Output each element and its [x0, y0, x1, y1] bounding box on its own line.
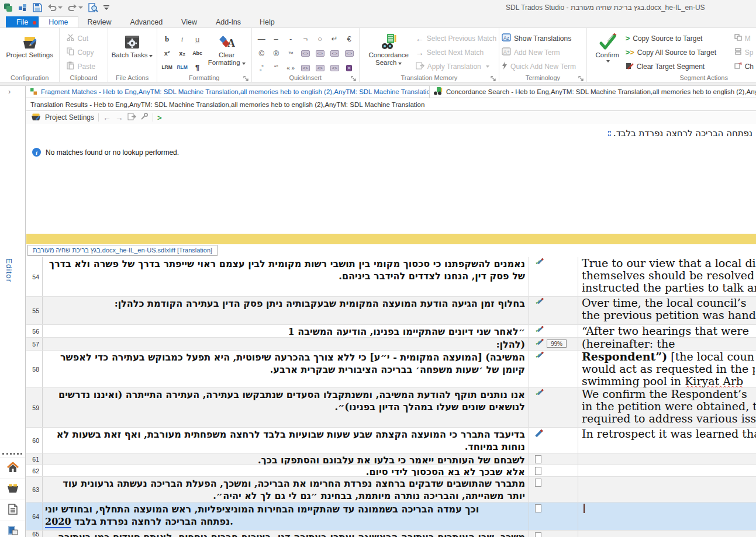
project-settings-button[interactable]: Project Settings [6, 30, 53, 73]
confirm-button[interactable]: Confirm [589, 30, 626, 73]
formatting-dialog-launcher[interactable] [243, 74, 250, 81]
em-dash-button[interactable]: — [258, 34, 265, 43]
tag-pair-icon[interactable]: <> [301, 65, 310, 71]
bold-button[interactable]: b [165, 34, 169, 44]
segment-target[interactable]: True to our view that a local di themsel… [578, 257, 756, 296]
preview-icon[interactable] [88, 2, 98, 13]
registered-button[interactable]: ® [273, 49, 279, 58]
segment-source[interactable]: (להלן: [43, 338, 529, 350]
tag-pair-icon[interactable]: <> [330, 50, 339, 57]
segment-source[interactable]: בדיעבד התברר כי המועצה הקצתה שבע שעות שב… [43, 428, 529, 453]
rlm-button[interactable]: RLM [177, 64, 187, 70]
tab-view[interactable]: View [172, 16, 206, 27]
tag-purple-icon[interactable]: » [346, 65, 352, 71]
tab-concordance-search[interactable]: Concordance Search - Heb to Eng,AnyTM: S… [430, 86, 756, 98]
sidebar-item-projects[interactable] [0, 479, 25, 500]
expand-sidebar-icon[interactable]: › [8, 87, 11, 96]
clear-formatting-button[interactable]: A Clear Formatting [205, 30, 248, 73]
apply-result-icon[interactable] [127, 113, 136, 122]
euro-button[interactable]: € [347, 34, 351, 43]
tag-pair-icon[interactable]: <> [330, 65, 339, 71]
project-settings-link[interactable]: Project Settings [45, 113, 94, 122]
tag-pair-icon[interactable]: <> [316, 65, 325, 71]
segment-target-editing[interactable] [578, 503, 756, 530]
segment-source[interactable]: המשיבה) [המועצה המקומית - י״ע] כי ללא צו… [43, 351, 529, 387]
segment-target[interactable]: “After two hearings that were [578, 325, 756, 337]
tab-review[interactable]: Review [78, 16, 121, 27]
italic-button[interactable]: i [181, 34, 184, 44]
pilcrow-button[interactable]: ¶ [195, 63, 199, 72]
document-tab[interactable]: בגץ בריכת שחיה מעורבת.docx_he-IL_en-US.s… [27, 245, 218, 256]
expand-results-icon[interactable]: > [157, 113, 162, 122]
segment-source[interactable]: מתברר שהתושבים שדבקים ברחצה נפרדת החרימו… [43, 477, 529, 502]
subscript-button[interactable]: x₂ [179, 50, 185, 57]
segment-source[interactable]: משכך, שבו העותרים בעתירה הראשונה ועתרו ב… [43, 531, 529, 537]
guillemets-button[interactable]: « » [286, 65, 295, 71]
tab-addins[interactable]: Add-Ins [206, 16, 250, 27]
sidebar-item-home[interactable] [0, 458, 25, 479]
concordance-search-button[interactable]: Concordance Search [362, 30, 416, 73]
sidebar-item-reports[interactable] [0, 521, 25, 537]
sidebar-item-files[interactable] [0, 500, 25, 521]
undo-icon[interactable] [47, 2, 63, 13]
copy-all-source-to-target-button[interactable]: >>Copy All Source to Target [626, 46, 734, 58]
segment-source[interactable]: ״לאחר שני דיונים שהתקיימו בפנינו, הודיעה… [43, 325, 529, 337]
case-button[interactable]: Abc [192, 50, 202, 56]
tab-home[interactable]: Home [39, 16, 78, 27]
clear-target-segment-button[interactable]: Clear Target Segment [626, 60, 734, 72]
trademark-button[interactable]: ™ [288, 51, 294, 57]
segment-source[interactable]: נאמנים להשקפתנו כי סכסוך מקומי בין תושבי… [43, 257, 529, 296]
line-break-button[interactable]: ↵ [332, 34, 338, 43]
lrm-button[interactable]: LRM [161, 64, 172, 70]
quickinsert-dialog-launcher[interactable] [351, 74, 357, 81]
segment-target[interactable] [578, 477, 756, 502]
segment-target[interactable]: In retrospect it was learned tha [578, 428, 756, 453]
batch-tasks-button[interactable]: Batch Tasks [112, 30, 153, 73]
confirm-caret[interactable] [606, 60, 610, 63]
segment-source[interactable]: אלא שבכך לא בא הסכסוך לידי סיום. [43, 465, 529, 476]
undo-dropdown-caret[interactable] [58, 6, 63, 9]
terminology-dialog-launcher[interactable] [578, 74, 585, 81]
copy-source-to-target-button[interactable]: >Copy Source to Target [626, 32, 734, 44]
copyright-button[interactable]: © [258, 49, 264, 58]
segment-target[interactable]: Over time, the local council’s the previ… [578, 297, 756, 324]
next-result-icon[interactable]: → [115, 114, 123, 121]
change-segment-status-button[interactable]: Ch [734, 60, 754, 72]
tab-translation-results[interactable]: Translation Results - Heb to Eng,AnyTM: … [26, 98, 756, 111]
segment-target[interactable]: Respondent”) [the local coun would act a… [578, 351, 756, 387]
open-package-icon[interactable] [18, 2, 27, 13]
segment-target[interactable] [578, 465, 756, 476]
segment-target[interactable]: (hereinafter: the [578, 338, 756, 350]
tab-fragment-matches[interactable]: Fragment Matches - Heb to Eng,AnyTM: SDL… [26, 86, 430, 98]
underline-button[interactable]: u [195, 35, 199, 44]
segment-target[interactable]: We confirm the Respondent’s in the petit… [578, 388, 756, 427]
low-quotes-button[interactable]: „” [260, 65, 264, 71]
previous-result-icon[interactable]: ← [103, 114, 111, 121]
customize-qat-icon[interactable] [103, 2, 109, 13]
segment-source[interactable]: וכך עמדה הבריכה בשממונה עד שהתקיימו הבחי… [43, 503, 529, 530]
segment-target[interactable] [578, 453, 756, 465]
segment-source[interactable]: בחלוף זמן הגיעה הודעת המועצה המקומית שבע… [43, 297, 529, 324]
toolbar-tools-icon[interactable] [140, 113, 149, 122]
sidebar-splitter[interactable] [2, 453, 22, 455]
not-sign-button[interactable]: ¬ [303, 34, 308, 43]
curly-quotes-button[interactable]: “” [274, 65, 278, 71]
tag-pair-icon[interactable]: <> [301, 50, 310, 57]
ring-button[interactable]: ○ [317, 34, 322, 43]
tag-pair-icon[interactable]: <> [316, 50, 325, 57]
tag-pair-icon[interactable]: <> [345, 50, 354, 57]
tab-advanced[interactable]: Advanced [121, 16, 172, 27]
tab-help[interactable]: Help [250, 16, 284, 27]
hyphen-button[interactable]: - [289, 34, 292, 43]
translation-memory-dialog-launcher[interactable] [491, 74, 497, 81]
segment-source[interactable]: לשבחם של העותרים ייאמר כי בלעו את עלבונם… [43, 453, 529, 465]
segment-source[interactable]: אנו נותנים תוקף להודעת המשיבה, ומשנתקבלו… [43, 388, 529, 427]
en-dash-button[interactable]: – [274, 34, 278, 43]
save-icon[interactable] [33, 2, 42, 13]
tab-file[interactable]: File [6, 16, 39, 27]
segment-target[interactable] [578, 531, 756, 537]
superscript-button[interactable]: x² [164, 50, 170, 57]
redo-dropdown-caret[interactable] [78, 6, 83, 9]
redo-icon[interactable] [68, 2, 83, 13]
show-translations-button[interactable]: AzShow Translations [502, 32, 576, 44]
